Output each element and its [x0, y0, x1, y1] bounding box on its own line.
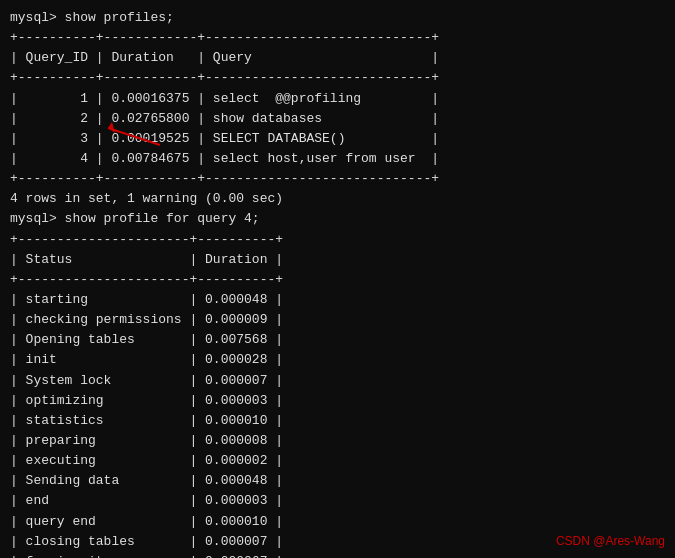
terminal-line: +----------------------+----------+ [10, 270, 665, 290]
terminal-line: | Status | Duration | [10, 250, 665, 270]
terminal-line: | Opening tables | 0.007568 | [10, 330, 665, 350]
terminal-line: | checking permissions | 0.000009 | [10, 310, 665, 330]
terminal-line: | end | 0.000003 | [10, 491, 665, 511]
terminal-line: mysql> show profile for query 4; [10, 209, 665, 229]
terminal-line: | 3 | 0.00019525 | SELECT DATABASE() | [10, 129, 665, 149]
terminal-line: | 1 | 0.00016375 | select @@profiling | [10, 89, 665, 109]
terminal-line: | freeing items | 0.000067 | [10, 552, 665, 558]
watermark: CSDN @Ares-Wang [556, 534, 665, 548]
terminal-line: +----------+------------+---------------… [10, 68, 665, 88]
terminal-line: +----------+------------+---------------… [10, 169, 665, 189]
terminal-line: | statistics | 0.000010 | [10, 411, 665, 431]
terminal-line: | Query_ID | Duration | Query | [10, 48, 665, 68]
terminal-line: | query end | 0.000010 | [10, 512, 665, 532]
terminal: mysql> show profiles;+----------+-------… [0, 0, 675, 558]
terminal-line: | preparing | 0.000008 | [10, 431, 665, 451]
terminal-line: | 4 | 0.00784675 | select host,user from… [10, 149, 665, 169]
terminal-line: +----------------------+----------+ [10, 230, 665, 250]
terminal-line: | 2 | 0.02765800 | show databases | [10, 109, 665, 129]
terminal-line: mysql> show profiles; [10, 8, 665, 28]
terminal-line: | executing | 0.000002 | [10, 451, 665, 471]
terminal-line: | starting | 0.000048 | [10, 290, 665, 310]
terminal-line: 4 rows in set, 1 warning (0.00 sec) [10, 189, 665, 209]
terminal-line: | Sending data | 0.000048 | [10, 471, 665, 491]
terminal-line: | System lock | 0.000007 | [10, 371, 665, 391]
terminal-line: | init | 0.000028 | [10, 350, 665, 370]
terminal-line: +----------+------------+---------------… [10, 28, 665, 48]
terminal-line: | optimizing | 0.000003 | [10, 391, 665, 411]
